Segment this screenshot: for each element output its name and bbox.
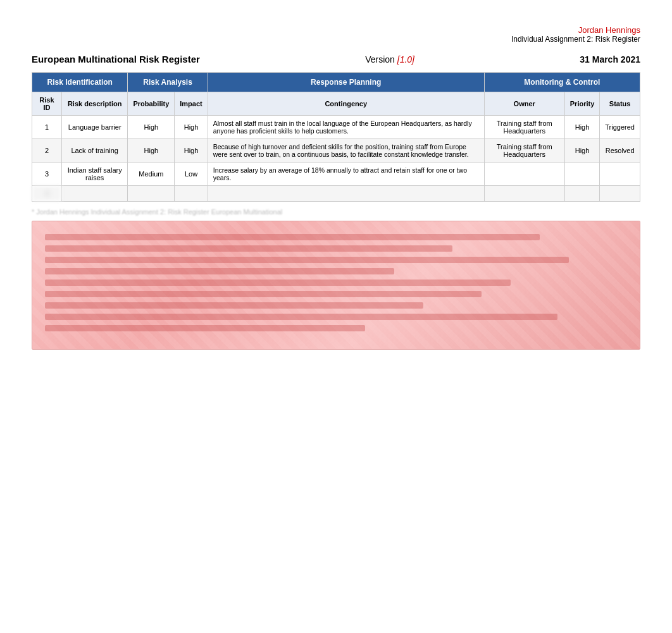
cell-priority [564, 163, 600, 186]
cell-contingency [208, 186, 484, 202]
cell-risk-desc: Language barrier [61, 116, 128, 139]
cell-risk-id: 4 [32, 186, 62, 202]
cell-priority: High [564, 139, 600, 163]
cell-impact: Low [175, 163, 208, 186]
cell-contingency: Increase salary by an average of 18% ann… [208, 163, 484, 186]
group-header-response: Response Planning [208, 73, 484, 92]
cell-status [600, 163, 640, 186]
cell-risk-id: 1 [32, 116, 62, 139]
version-label: Version [365, 54, 395, 65]
cell-status [600, 186, 640, 202]
cell-contingency: Almost all staff must train in the local… [208, 116, 484, 139]
cell-priority [564, 186, 600, 202]
assignment-title: Individual Assignment 2: Risk Register [32, 35, 640, 44]
group-header-risk-id: Risk Identification [32, 73, 128, 92]
cell-owner: Training staff from Headquarters [484, 116, 564, 139]
col-header-priority: Priority [564, 92, 600, 116]
table-group-header-row: Risk Identification Risk Analysis Respon… [32, 73, 640, 92]
group-header-risk-analysis: Risk Analysis [128, 73, 208, 92]
cell-impact: High [175, 139, 208, 163]
author-name: Jordan Hennings [32, 25, 640, 35]
table-sub-header-row: Risk ID Risk description Probability Imp… [32, 92, 640, 116]
col-header-owner: Owner [484, 92, 564, 116]
footer-note: * Jordan Hennings Individual Assignment … [32, 208, 640, 216]
table-row: 4 [32, 186, 640, 202]
cell-owner [484, 163, 564, 186]
cell-status: Triggered [600, 116, 640, 139]
cell-probability: Medium [128, 163, 175, 186]
doc-date: 31 March 2021 [580, 54, 640, 65]
cell-risk-desc [61, 186, 128, 202]
col-header-probability: Probability [128, 92, 175, 116]
table-row: 2Lack of trainingHighHighBecause of high… [32, 139, 640, 163]
cell-contingency: Because of high turnover and deficient s… [208, 139, 484, 163]
cell-owner: Training staff from Headquarters [484, 139, 564, 163]
cell-priority: High [564, 116, 600, 139]
col-header-contingency: Contingency [208, 92, 484, 116]
version-number: [1.0] [397, 54, 414, 65]
cell-status: Resolved [600, 139, 640, 163]
doc-title: European Multinational Risk Register [32, 54, 200, 65]
col-header-risk-id: Risk ID [32, 92, 62, 116]
table-row: 1Language barrierHighHighAlmost all staf… [32, 116, 640, 139]
col-header-risk-desc: Risk description [61, 92, 128, 116]
group-header-monitoring: Monitoring & Control [484, 73, 640, 92]
redacted-section [32, 221, 640, 350]
cell-risk-desc: Indian staff salary raises [61, 163, 128, 186]
doc-version: Version [1.0] [365, 54, 414, 65]
cell-probability: High [128, 116, 175, 139]
cell-risk-desc: Lack of training [61, 139, 128, 163]
risk-register-table: Risk Identification Risk Analysis Respon… [32, 72, 640, 202]
col-header-status: Status [600, 92, 640, 116]
cell-probability: High [128, 139, 175, 163]
cell-probability [128, 186, 175, 202]
cell-impact [175, 186, 208, 202]
col-header-impact: Impact [175, 92, 208, 116]
table-row: 3Indian staff salary raisesMediumLowIncr… [32, 163, 640, 186]
cell-risk-id: 2 [32, 139, 62, 163]
cell-owner [484, 186, 564, 202]
cell-risk-id: 3 [32, 163, 62, 186]
cell-impact: High [175, 116, 208, 139]
